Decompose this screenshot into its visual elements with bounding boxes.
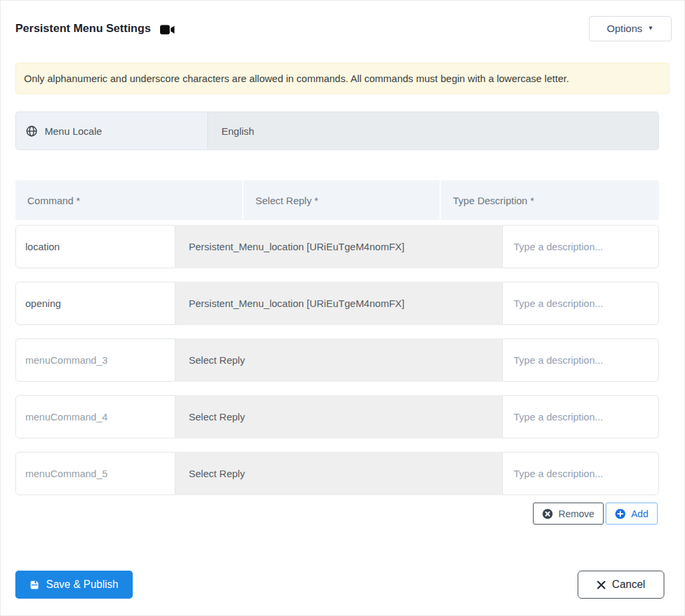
chevron-down-icon: ▼ xyxy=(648,25,654,31)
table-row: Persistent_Menu_location [URiEuTgeM4nomF… xyxy=(15,225,659,268)
globe-icon xyxy=(26,125,37,137)
column-header-command: Command * xyxy=(15,180,243,220)
remove-button[interactable]: Remove xyxy=(533,503,604,525)
add-button[interactable]: Add xyxy=(606,503,658,525)
add-button-label: Add xyxy=(631,509,648,519)
save-icon xyxy=(29,580,39,590)
persistent-menu-settings-panel: Persistent Menu Settings Options ▼ Only … xyxy=(0,0,685,616)
command-input[interactable] xyxy=(15,452,175,495)
command-input[interactable] xyxy=(15,395,175,438)
select-reply-value: Select Reply xyxy=(189,468,245,479)
select-reply-value: Persistent_Menu_location [URiEuTgeM4nomF… xyxy=(189,298,404,309)
command-input[interactable] xyxy=(15,225,175,268)
warning-banner: Only alphanumeric and underscore charact… xyxy=(15,63,670,94)
select-reply-button[interactable]: Select Reply xyxy=(175,338,502,382)
description-input[interactable] xyxy=(502,282,659,325)
description-input[interactable] xyxy=(502,395,659,438)
cancel-button[interactable]: Cancel xyxy=(578,571,664,599)
page-title: Persistent Menu Settings xyxy=(15,22,151,35)
description-input[interactable] xyxy=(502,452,659,495)
save-publish-button[interactable]: Save & Publish xyxy=(15,571,133,599)
select-reply-value: Select Reply xyxy=(189,411,245,422)
plus-circle-icon xyxy=(615,509,626,519)
menu-locale-label: Menu Locale xyxy=(15,111,207,150)
command-rows: Persistent_Menu_location [URiEuTgeM4nomF… xyxy=(15,225,659,495)
select-reply-button[interactable]: Persistent_Menu_location [URiEuTgeM4nomF… xyxy=(175,282,502,325)
topbar: Persistent Menu Settings Options ▼ xyxy=(1,1,684,41)
close-icon xyxy=(597,581,606,589)
table-row: Select Reply xyxy=(15,338,659,382)
select-reply-button[interactable]: Select Reply xyxy=(175,452,502,495)
description-input[interactable] xyxy=(502,338,659,382)
menu-locale-value: English xyxy=(207,111,659,150)
command-input[interactable] xyxy=(15,338,175,382)
cancel-button-label: Cancel xyxy=(612,579,646,591)
menu-locale-value-text: English xyxy=(221,125,254,137)
select-reply-button[interactable]: Select Reply xyxy=(175,395,502,438)
options-button-label: Options xyxy=(607,23,642,35)
table-row: Select Reply xyxy=(15,395,659,438)
title-wrap: Persistent Menu Settings xyxy=(15,22,175,35)
row-actions: Remove Add xyxy=(1,503,658,525)
footer: Save & Publish Cancel xyxy=(1,571,684,599)
description-input[interactable] xyxy=(502,225,659,268)
table-row: Select Reply xyxy=(15,452,659,495)
command-input[interactable] xyxy=(15,282,175,325)
select-reply-value: Select Reply xyxy=(189,354,245,366)
column-header-type-description: Type Description * xyxy=(441,180,659,220)
menu-locale-group: Menu Locale English xyxy=(15,111,659,150)
save-publish-button-label: Save & Publish xyxy=(46,579,119,591)
remove-button-label: Remove xyxy=(558,509,594,519)
select-reply-value: Persistent_Menu_location [URiEuTgeM4nomF… xyxy=(189,241,404,252)
column-header-select-reply: Select Reply * xyxy=(243,180,441,220)
select-reply-button[interactable]: Persistent_Menu_location [URiEuTgeM4nomF… xyxy=(175,225,502,268)
warning-banner-text: Only alphanumeric and underscore charact… xyxy=(24,73,569,84)
x-circle-icon xyxy=(542,509,553,519)
table-header: Command * Select Reply * Type Descriptio… xyxy=(15,180,659,220)
menu-locale-label-text: Menu Locale xyxy=(45,125,102,137)
video-camera-icon xyxy=(160,25,175,35)
table-row: Persistent_Menu_location [URiEuTgeM4nomF… xyxy=(15,282,659,325)
options-button[interactable]: Options ▼ xyxy=(589,16,672,41)
